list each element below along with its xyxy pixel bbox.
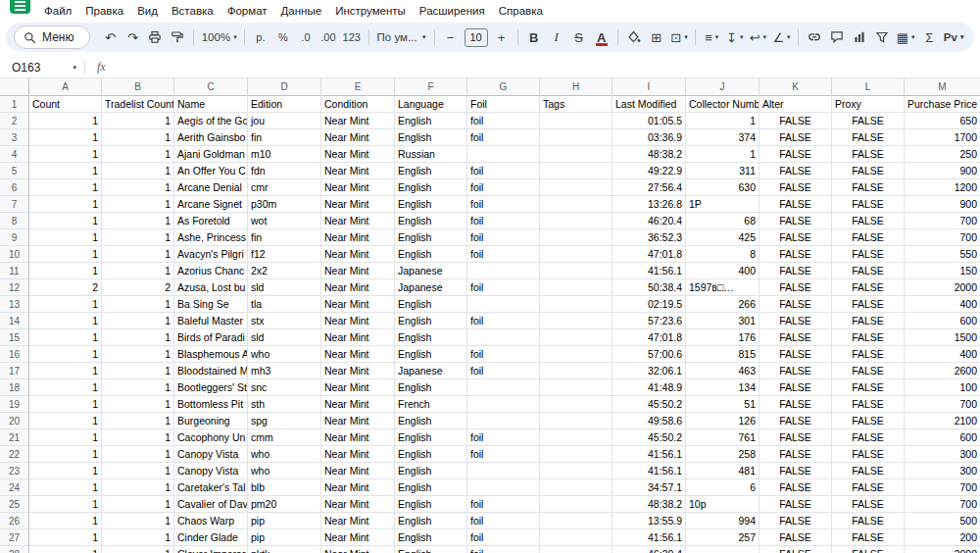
row-header[interactable]: 1: [0, 96, 29, 113]
row-header[interactable]: 2: [0, 113, 29, 129]
cell[interactable]: [540, 429, 612, 446]
cell[interactable]: 1: [102, 463, 174, 479]
cell[interactable]: 761: [686, 429, 760, 446]
cell[interactable]: Bootleggers' St: [174, 379, 248, 396]
cell[interactable]: FALSE: [760, 196, 832, 213]
cell[interactable]: 1: [102, 446, 174, 463]
cell[interactable]: 1: [29, 229, 102, 246]
cell[interactable]: 1: [102, 179, 174, 196]
cell[interactable]: foil: [467, 113, 540, 129]
formula-input[interactable]: [118, 57, 980, 77]
cell[interactable]: Cavalier of Dav: [174, 496, 248, 513]
cell[interactable]: 1: [29, 213, 102, 229]
cell[interactable]: FALSE: [832, 429, 905, 446]
column-header-D[interactable]: D: [248, 78, 321, 96]
cell[interactable]: English: [395, 163, 467, 179]
cell[interactable]: 700: [905, 229, 980, 246]
cell[interactable]: cmm: [248, 429, 321, 446]
row-header[interactable]: 9: [0, 229, 29, 246]
functions-button[interactable]: Σ: [918, 25, 940, 49]
cell[interactable]: 34:57.1: [612, 479, 686, 496]
cell[interactable]: FALSE: [832, 179, 905, 196]
cell[interactable]: Arcane Denial: [174, 179, 248, 196]
cell[interactable]: Arcane Signet: [174, 196, 248, 213]
cell[interactable]: Azorius Chanc: [174, 263, 248, 279]
cell[interactable]: 1500: [905, 329, 980, 346]
cell[interactable]: sth: [248, 396, 321, 413]
cell[interactable]: [540, 263, 612, 279]
cell[interactable]: Near Mint: [321, 196, 395, 213]
cell[interactable]: 1: [29, 296, 102, 313]
cell[interactable]: FALSE: [760, 513, 832, 529]
menu-item[interactable]: Расширения: [413, 3, 492, 19]
cell[interactable]: [540, 129, 612, 146]
cell[interactable]: [467, 146, 540, 163]
cell[interactable]: Japanese: [395, 279, 467, 296]
cell[interactable]: [467, 379, 540, 396]
cell[interactable]: FALSE: [760, 546, 832, 553]
cell[interactable]: 550: [905, 246, 980, 263]
cell[interactable]: 463: [686, 363, 760, 379]
cell[interactable]: FALSE: [760, 263, 832, 279]
cell[interactable]: FALSE: [832, 379, 905, 396]
vertical-align-button[interactable]: ↧ ▾: [723, 25, 746, 49]
cell[interactable]: Near Mint: [321, 363, 395, 379]
cell[interactable]: [467, 413, 540, 429]
format-currency-button[interactable]: р.: [250, 25, 271, 49]
cell[interactable]: FALSE: [832, 513, 905, 529]
cell[interactable]: FALSE: [832, 313, 905, 329]
cell[interactable]: 41:48.9: [612, 379, 686, 396]
cell[interactable]: Baleful Master: [174, 313, 248, 329]
cell[interactable]: jou: [248, 113, 321, 129]
menu-item[interactable]: Правка: [78, 3, 130, 19]
cell[interactable]: tla: [248, 296, 321, 313]
cell[interactable]: 1: [29, 513, 102, 529]
column-header-J[interactable]: J: [686, 78, 760, 96]
cell[interactable]: Proxy: [832, 96, 905, 113]
cell[interactable]: pip: [248, 513, 321, 529]
cell[interactable]: foil: [467, 213, 540, 229]
cell[interactable]: Burgeoning: [174, 413, 248, 429]
cell[interactable]: 1: [102, 113, 174, 129]
cell[interactable]: 1: [102, 513, 174, 529]
cell[interactable]: FALSE: [832, 446, 905, 463]
cell[interactable]: 68: [686, 213, 760, 229]
cell[interactable]: 1: [29, 446, 102, 463]
menu-item[interactable]: Вид: [130, 3, 165, 19]
cell[interactable]: [467, 329, 540, 346]
cell[interactable]: [540, 213, 612, 229]
fill-color-button[interactable]: [623, 25, 645, 49]
cell[interactable]: Tradelist Count: [102, 96, 174, 113]
cell[interactable]: fin: [248, 229, 321, 246]
cell[interactable]: Near Mint: [321, 479, 395, 496]
cell[interactable]: 126: [686, 413, 760, 429]
cell[interactable]: 1: [29, 313, 102, 329]
cell[interactable]: 1: [102, 429, 174, 446]
cell[interactable]: 32:06.1: [612, 363, 686, 379]
row-header[interactable]: 25: [0, 496, 29, 513]
cell[interactable]: FALSE: [760, 429, 832, 446]
increase-decimal-button[interactable]: .00: [318, 25, 339, 49]
row-header[interactable]: 15: [0, 329, 29, 346]
cell[interactable]: 1: [686, 146, 760, 163]
cell[interactable]: 50:38.4: [612, 279, 686, 296]
cell[interactable]: Near Mint: [321, 513, 395, 529]
row-header[interactable]: 7: [0, 196, 29, 213]
cell[interactable]: English: [395, 296, 467, 313]
cell[interactable]: 2100: [905, 413, 980, 429]
cell[interactable]: FALSE: [832, 496, 905, 513]
cell[interactable]: Cacophony Un: [174, 429, 248, 446]
row-header[interactable]: 14: [0, 313, 29, 329]
cell[interactable]: 100: [905, 379, 980, 396]
cell[interactable]: 1: [29, 113, 102, 129]
cell[interactable]: Count: [29, 96, 102, 113]
cell[interactable]: foil: [467, 246, 540, 263]
cell[interactable]: Near Mint: [321, 229, 395, 246]
cell[interactable]: sld: [248, 279, 321, 296]
cell[interactable]: Purchase Price: [905, 96, 980, 113]
column-header-E[interactable]: E: [321, 78, 395, 96]
cell[interactable]: [686, 546, 760, 553]
cell[interactable]: 57:23.6: [612, 313, 686, 329]
strikethrough-button[interactable]: S: [568, 25, 590, 49]
cell[interactable]: wot: [248, 213, 321, 229]
